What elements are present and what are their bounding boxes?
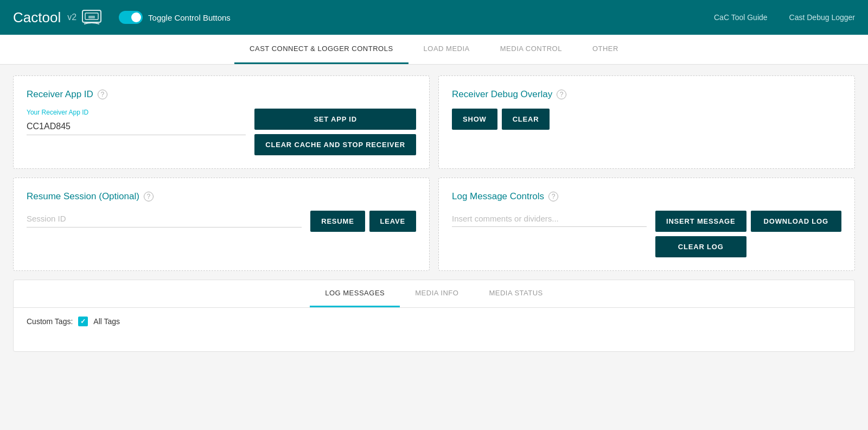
tab-media-control[interactable]: MEDIA CONTROL: [485, 35, 577, 64]
custom-tags-row: Custom Tags: All Tags: [27, 317, 841, 326]
resume-session-title: Resume Session (Optional) ?: [27, 191, 416, 202]
receiver-debug-overlay-card: Receiver Debug Overlay ? SHOW CLEAR: [438, 75, 855, 169]
session-id-input-group: [27, 211, 302, 227]
bottom-tabs-bar: LOG MESSAGES MEDIA INFO MEDIA STATUS: [14, 280, 854, 308]
resume-session-help-icon[interactable]: ?: [144, 192, 154, 201]
cards-grid: Receiver App ID ? Your Receiver App ID S…: [13, 75, 855, 271]
tab-other[interactable]: OTHER: [577, 35, 634, 64]
leave-button[interactable]: LEAVE: [369, 211, 416, 232]
overlay-buttons: SHOW CLEAR: [452, 109, 841, 130]
download-log-button[interactable]: DOWNLOAD LOG: [751, 211, 842, 232]
header-nav: CaC Tool Guide Cast Debug Logger: [714, 13, 855, 22]
receiver-app-id-card: Receiver App ID ? Your Receiver App ID S…: [13, 75, 430, 169]
svg-rect-2: [88, 16, 95, 18]
tab-media-info[interactable]: MEDIA INFO: [400, 280, 474, 307]
resume-session-buttons: RESUME LEAVE: [310, 211, 416, 232]
log-message-input[interactable]: [452, 211, 647, 227]
toggle-switch[interactable]: [119, 11, 143, 24]
log-controls-body: INSERT MESSAGE DOWNLOAD LOG CLEAR LOG: [452, 211, 841, 257]
receiver-app-id-input[interactable]: [27, 118, 246, 135]
log-message-controls-card: Log Message Controls ? INSERT MESSAGE DO…: [438, 178, 855, 271]
receiver-app-id-buttons: SET APP ID CLEAR CACHE AND STOP RECEIVER: [254, 109, 416, 155]
app-header: Cactool v2 Toggle Control Buttons CaC To…: [0, 0, 868, 35]
log-message-help-icon[interactable]: ?: [548, 192, 558, 201]
custom-tags-label: Custom Tags:: [27, 317, 73, 326]
receiver-app-id-body: Your Receiver App ID SET APP ID CLEAR CA…: [27, 109, 416, 155]
cast-debug-logger-link[interactable]: Cast Debug Logger: [789, 13, 855, 22]
all-tags-checkbox[interactable]: [78, 317, 88, 326]
tab-media-status[interactable]: MEDIA STATUS: [474, 280, 558, 307]
clear-log-button[interactable]: CLEAR LOG: [655, 236, 746, 257]
app-logo: Cactool v2: [13, 9, 101, 26]
show-overlay-button[interactable]: SHOW: [452, 109, 497, 130]
clear-cache-stop-receiver-button[interactable]: CLEAR CACHE AND STOP RECEIVER: [254, 134, 416, 155]
log-message-controls-title: Log Message Controls ?: [452, 191, 841, 202]
tab-log-messages[interactable]: LOG MESSAGES: [310, 280, 400, 307]
logo-text: Cactool: [13, 9, 61, 26]
main-content: Receiver App ID ? Your Receiver App ID S…: [0, 65, 868, 363]
clear-overlay-button[interactable]: CLEAR: [502, 109, 550, 130]
all-tags-label: All Tags: [93, 317, 120, 326]
logo-version: v2: [67, 12, 76, 22]
bottom-section: LOG MESSAGES MEDIA INFO MEDIA STATUS Cus…: [13, 280, 855, 352]
receiver-debug-overlay-title: Receiver Debug Overlay ?: [452, 89, 841, 100]
bottom-content: Custom Tags: All Tags: [14, 308, 854, 351]
receiver-app-id-title: Receiver App ID ?: [27, 89, 416, 100]
tab-cast-connect[interactable]: CAST CONNECT & LOGGER CONTROLS: [234, 35, 408, 64]
receiver-app-id-input-label: Your Receiver App ID: [27, 109, 246, 116]
session-id-input[interactable]: [27, 211, 302, 227]
resume-session-card: Resume Session (Optional) ? RESUME LEAVE: [13, 178, 430, 271]
receiver-app-id-help-icon[interactable]: ?: [98, 90, 107, 99]
toggle-label: Toggle Control Buttons: [148, 13, 231, 22]
resume-session-body: RESUME LEAVE: [27, 211, 416, 232]
receiver-app-id-input-group: Your Receiver App ID: [27, 109, 246, 135]
main-tabs-bar: CAST CONNECT & LOGGER CONTROLS LOAD MEDI…: [0, 35, 868, 65]
toggle-control-buttons[interactable]: Toggle Control Buttons: [119, 11, 231, 24]
set-app-id-button[interactable]: SET APP ID: [254, 109, 416, 130]
tab-load-media[interactable]: LOAD MEDIA: [409, 35, 485, 64]
cast-icon: [82, 10, 101, 25]
insert-message-button[interactable]: INSERT MESSAGE: [655, 211, 746, 232]
cac-tool-guide-link[interactable]: CaC Tool Guide: [714, 13, 768, 22]
log-buttons-grid: INSERT MESSAGE DOWNLOAD LOG CLEAR LOG: [655, 211, 841, 257]
resume-button[interactable]: RESUME: [310, 211, 365, 232]
receiver-debug-help-icon[interactable]: ?: [557, 90, 566, 99]
